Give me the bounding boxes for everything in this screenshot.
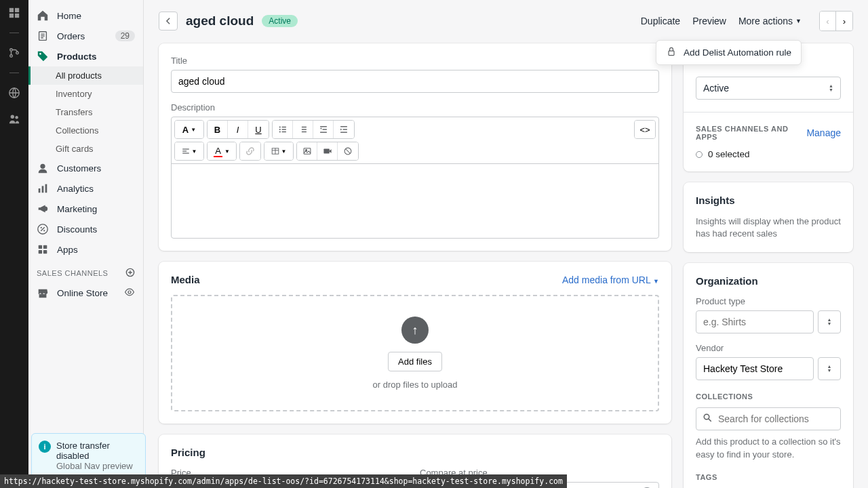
eye-icon[interactable] (124, 287, 135, 300)
branch-icon[interactable] (8, 47, 20, 59)
product-type-input[interactable] (696, 310, 814, 333)
title-input[interactable] (171, 70, 659, 93)
rte-bold[interactable]: B (208, 121, 228, 138)
nav-marketing[interactable]: Marketing (28, 199, 143, 219)
app-icon[interactable] (8, 7, 20, 19)
add-channel-icon[interactable] (125, 268, 135, 279)
people-icon[interactable] (8, 113, 20, 125)
rte-paragraph[interactable]: A▼ (175, 121, 203, 138)
subnav-collections[interactable]: Collections (28, 121, 143, 140)
rte-underline[interactable]: U (248, 121, 269, 138)
svg-point-11 (39, 53, 41, 55)
svg-rect-15 (45, 184, 47, 193)
nav-customers[interactable]: Customers (28, 158, 143, 178)
more-actions-button[interactable]: More actions ▼ Add Delist Automation rul… (738, 16, 802, 26)
duplicate-button[interactable]: Duplicate (641, 16, 680, 26)
rte-outdent[interactable] (313, 121, 334, 138)
svg-rect-14 (42, 186, 44, 192)
svg-rect-42 (182, 152, 189, 153)
dropdown-item[interactable]: Add Delist Automation rule (684, 47, 791, 58)
back-button[interactable] (159, 12, 178, 30)
svg-rect-28 (281, 129, 285, 129)
rte-italic[interactable]: I (228, 121, 248, 138)
icon-rail (0, 0, 28, 488)
title-card: Title Description A▼ B I U (159, 43, 671, 251)
tags-label: TAGS (696, 473, 841, 481)
tag-icon (37, 50, 49, 62)
rte-link[interactable] (240, 142, 260, 160)
rte-align[interactable]: ▼ (175, 142, 203, 160)
add-files-button[interactable]: Add files (388, 352, 442, 371)
preview-button[interactable]: Preview (692, 16, 726, 26)
nav-analytics[interactable]: Analytics (28, 178, 143, 199)
manage-channels-link[interactable]: Manage (806, 127, 841, 138)
rte-indent[interactable] (334, 121, 354, 138)
subnav-inventory[interactable]: Inventory (28, 85, 143, 103)
channels-label: SALES CHANNELS AND APPS (696, 125, 806, 141)
svg-rect-44 (304, 148, 311, 154)
svg-rect-35 (322, 129, 326, 129)
svg-rect-36 (320, 132, 327, 133)
vendor-picker[interactable]: ▲▼ (818, 357, 841, 380)
svg-rect-3 (15, 14, 19, 18)
rte-bullet-list[interactable] (273, 121, 293, 138)
svg-rect-20 (43, 250, 47, 253)
orders-icon (37, 30, 49, 42)
svg-point-22 (128, 291, 131, 293)
description-label: Description (171, 102, 659, 113)
media-heading: Media (171, 274, 200, 285)
rte-clear[interactable] (338, 142, 358, 160)
svg-rect-30 (281, 131, 285, 132)
upload-icon: ↑ (401, 317, 429, 344)
apps-icon (37, 243, 49, 256)
svg-point-29 (279, 131, 280, 132)
home-icon (37, 9, 49, 22)
svg-rect-26 (281, 127, 285, 127)
svg-point-12 (40, 164, 45, 169)
rte-video[interactable] (317, 142, 338, 160)
svg-point-25 (279, 126, 280, 127)
browser-statusbar: https://hackety-test-store.myshopify.com… (0, 474, 567, 488)
nav-label: Apps (57, 245, 78, 255)
svg-point-48 (704, 415, 709, 420)
collections-hint: Add this product to a collection so it's… (696, 436, 841, 460)
more-actions-dropdown: Add Delist Automation rule (656, 40, 802, 65)
subnav-gift-cards[interactable]: Gift cards (28, 140, 143, 158)
globe-icon[interactable] (8, 87, 20, 99)
nav-discounts[interactable]: Discounts (28, 219, 143, 239)
description-input[interactable] (172, 163, 658, 238)
prev-product-button[interactable]: ‹ (820, 12, 836, 30)
orders-badge: 29 (115, 30, 135, 41)
rte-image[interactable] (297, 142, 317, 160)
rte-text-color[interactable]: A▼ (208, 142, 236, 160)
rte-html[interactable]: <> (635, 121, 655, 138)
media-dropzone[interactable]: ↑ Add files or drop files to upload (171, 295, 659, 411)
main-content: aged cloud Active Duplicate Preview More… (144, 0, 868, 488)
insights-heading: Insights (696, 195, 841, 206)
rich-text-editor: A▼ B I U < (171, 117, 659, 239)
status-select[interactable]: Active ▲▼ (696, 77, 841, 100)
nav-apps[interactable]: Apps (28, 239, 143, 260)
add-media-url-link[interactable]: Add media from URL ▼ (562, 274, 659, 285)
subnav-transfers[interactable]: Transfers (28, 103, 143, 121)
product-type-picker[interactable]: ▲▼ (818, 310, 841, 333)
rte-table[interactable]: ▼ (264, 142, 293, 160)
rte-number-list[interactable] (293, 121, 313, 138)
collections-input[interactable] (696, 407, 841, 430)
next-product-button[interactable]: › (836, 12, 852, 30)
vendor-input[interactable] (696, 357, 814, 380)
nav-products[interactable]: Products (28, 46, 143, 66)
insights-text: Insights will display when the product h… (696, 216, 841, 240)
lock-icon (666, 46, 677, 59)
product-type-label: Product type (696, 296, 841, 306)
nav-online-store[interactable]: Online Store (28, 283, 143, 304)
vendor-label: Vendor (696, 343, 841, 353)
media-card: Media Add media from URL ▼ ↑ Add files o… (159, 262, 671, 424)
svg-point-8 (11, 115, 14, 119)
svg-point-9 (15, 116, 18, 119)
svg-rect-17 (39, 245, 42, 249)
nav-orders[interactable]: Orders 29 (28, 26, 143, 46)
subnav-all-products[interactable]: All products (28, 66, 143, 85)
nav-home[interactable]: Home (28, 5, 143, 26)
customers-icon (37, 162, 49, 174)
